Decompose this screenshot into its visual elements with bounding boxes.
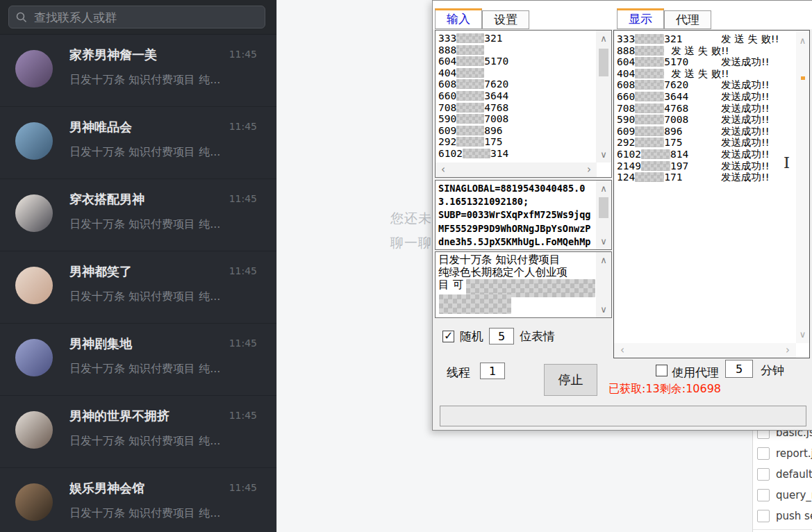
search-input[interactable] [33,10,258,25]
stop-button[interactable]: 停止 [544,364,597,396]
chat-list-item[interactable]: 男神唯品会 11:45 日发十万条 知识付费项目 纯... [0,107,276,179]
input-number-textarea[interactable]: 3333218886045170404608762066036447084768… [435,30,612,178]
cookie-textarea[interactable]: SINAGLOBAL=8819543040485.03.165132109218… [435,180,612,250]
number-prefix: 6102 [617,149,641,160]
chevron-left-icon[interactable]: ‹ [438,163,449,177]
result-number: 333321 [617,33,721,45]
chat-time: 11:45 [229,482,257,493]
chevron-up-icon[interactable]: ∧ [796,36,809,45]
number-prefix: 292 [438,136,456,147]
chevron-down-icon[interactable]: ∨ [596,305,611,314]
chevron-down-icon[interactable]: ∨ [796,330,809,339]
chat-time: 11:45 [229,338,257,349]
send-result-row: 124171发送成功!! [617,172,793,183]
send-status: 发 送 失 败!! [671,68,729,79]
avatar [15,411,53,449]
number-suffix: 175 [484,136,502,147]
number-suffix: 321 [664,33,682,44]
number-suffix: 175 [664,137,682,148]
status-bar-field[interactable] [440,406,806,426]
send-result-row: 333321发 送 失 败!! [617,33,793,45]
file-list-item[interactable]: default_ [753,464,812,485]
number-suffix: 4768 [484,102,508,113]
search-box[interactable] [8,6,265,28]
input-horizontal-scrollbar[interactable]: ‹ › [436,163,597,177]
chevron-down-icon[interactable]: ∨ [596,150,611,159]
number-prefix: 608 [617,79,635,90]
chevron-right-icon[interactable]: › [782,343,793,358]
blurred-digits [641,149,670,159]
emoji-suffix-label: 位表情 [520,329,555,344]
output-horizontal-scrollbar[interactable]: ‹ › [614,343,796,358]
chevron-up-icon[interactable]: ∧ [596,256,611,265]
scrollbar-thumb[interactable] [599,197,608,218]
tab-proxy[interactable]: 代理 [664,10,711,29]
number-prefix: 590 [438,113,456,124]
chat-preview: 日发十万条 知识付费项目 纯... [69,506,257,521]
number-prefix: 660 [438,90,456,101]
cookie-vertical-scrollbar[interactable]: ∧ ∨ [596,181,611,249]
file-list-item[interactable]: query_re [753,485,812,506]
thread-count-input[interactable] [480,363,505,379]
input-number-row: 6087620 [438,78,595,90]
chevron-down-icon[interactable]: ∨ [596,237,611,246]
scrollbar-marker [801,76,805,80]
input-number-row: 333321 [438,33,595,44]
random-checkbox[interactable] [442,331,454,342]
blurred-digits [456,45,484,55]
chevron-left-icon[interactable]: ‹ [617,343,628,358]
tab-input[interactable]: 输入 [435,8,482,29]
chat-list-item[interactable]: 家养男神詹一美 11:45 日发十万条 知识付费项目 纯... [0,35,276,107]
file-checkbox[interactable] [757,447,770,460]
tab-settings[interactable]: 设置 [482,10,529,29]
number-suffix: 896 [664,126,682,137]
file-list-item[interactable]: push se [753,506,812,526]
result-number: 6603644 [617,91,721,103]
file-list-item[interactable]: report.js [753,443,812,464]
number-prefix: 604 [438,56,456,67]
chat-time: 11:45 [229,49,257,60]
chat-list-item[interactable]: 娱乐男神会馆 11:45 日发十万条 知识付费项目 纯... [0,468,276,532]
blurred-digits [456,91,484,101]
number-prefix: 333 [438,33,456,44]
file-checkbox[interactable] [757,510,770,522]
send-result-row: 6045170发送成功!! [617,56,793,68]
chat-time: 11:45 [229,410,257,421]
proxy-minutes-input[interactable] [725,360,753,378]
send-result-panel[interactable]: 333321发 送 失 败!!888发 送 失 败!!6045170发送成功!!… [613,30,810,358]
chat-list-item[interactable]: 男神都笑了 11:45 日发十万条 知识付费项目 纯... [0,251,276,324]
send-result-row: 6603644发送成功!! [617,91,793,103]
blurred-digits [635,126,664,136]
chat-list-item[interactable]: 穿衣搭配男神 11:45 日发十万条 知识付费项目 纯... [0,179,276,251]
blurred-content-block [439,294,511,314]
chevron-right-icon[interactable]: › [583,163,595,177]
output-vertical-scrollbar[interactable]: ∧ ∨ [796,31,809,343]
scrollbar-thumb[interactable] [599,49,608,76]
avatar [15,50,53,88]
content-vertical-scrollbar[interactable]: ∧ ∨ [596,252,611,317]
message-content-textarea[interactable]: 日发十万条 知识付费项目 纯绿色长期稳定个人创业项 目 可 ∧ ∨ [435,251,612,318]
chat-preview: 日发十万条 知识付费项目 纯... [69,73,257,88]
chevron-up-icon[interactable]: ∧ [596,34,611,43]
use-proxy-checkbox[interactable] [656,365,668,376]
input-number-row: 6102314 [438,148,595,160]
chat-list-item[interactable]: 男神的世界不拥挤 11:45 日发十万条 知识付费项目 纯... [0,396,276,468]
chat-time: 11:45 [229,265,257,276]
chat-list-item[interactable]: 男神剧集地 11:45 日发十万条 知识付费项目 纯... [0,324,276,396]
number-suffix: 197 [670,160,688,172]
number-suffix: 896 [484,125,502,136]
sender-dialog: 输入 设置 显示 代理 3333218886045170404608762066… [432,0,812,431]
blurred-digits [456,137,484,147]
tab-display[interactable]: 显示 [617,8,664,29]
blurred-digits [456,126,484,135]
chat-time: 11:45 [229,121,257,132]
text-cursor-icon: I [784,153,790,172]
file-checkbox[interactable] [757,468,770,481]
file-checkbox[interactable] [757,489,770,501]
thread-label: 线程 [447,365,470,381]
emoji-count-input[interactable] [489,328,514,344]
chevron-up-icon[interactable]: ∧ [596,184,611,193]
input-number-row: 404 [438,67,595,79]
input-vertical-scrollbar[interactable]: ∧ ∨ [596,31,611,163]
cookie-text: SINAGLOBAL=8819543040485.03.165132109218… [438,182,595,248]
